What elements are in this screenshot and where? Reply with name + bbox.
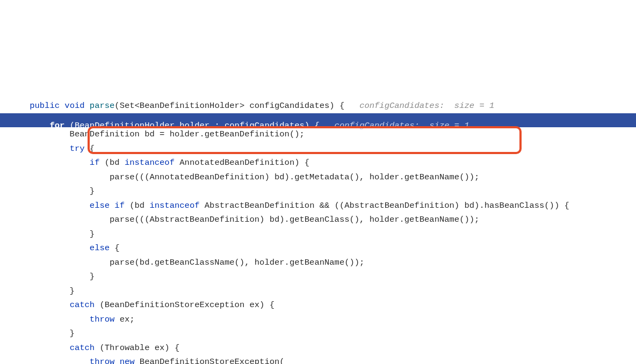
code-token [10, 357, 90, 364]
gutter [0, 142, 10, 156]
gutter [0, 227, 10, 242]
code-token: throw new [90, 357, 140, 364]
code-token: instanceof [149, 201, 204, 210]
code-line[interactable]: parse(((AbstractBeanDefinition) bd).getB… [0, 213, 636, 227]
code-line[interactable]: if (bd instanceof AnnotatedBeanDefinitio… [0, 156, 636, 170]
code-token: parse(bd.getBeanClassName(), holder.getB… [10, 258, 364, 267]
code-line[interactable]: catch (Throwable ex) { [0, 341, 636, 355]
code-line[interactable]: } [0, 284, 636, 299]
gutter [0, 99, 10, 113]
code-token: catch [70, 300, 100, 310]
code-token: public void [30, 101, 90, 111]
code-token: (Set<BeanDefinitionHolder> configCandida… [114, 101, 344, 111]
code-line[interactable]: parse(bd.getBeanClassName(), holder.getB… [0, 256, 636, 270]
code-token: instanceof [125, 158, 179, 168]
code-token: (bd [105, 158, 125, 168]
code-line[interactable]: else if (bd instanceof AbstractBeanDefin… [0, 199, 636, 213]
code-token: { [114, 243, 119, 253]
code-line[interactable]: } [0, 270, 636, 284]
code-token: throw [90, 315, 120, 324]
code-token: } [10, 186, 95, 196]
gutter [0, 241, 10, 256]
code-token [10, 300, 70, 310]
code-token: (BeanDefinitionStoreException ex) { [99, 300, 274, 310]
code-line[interactable]: public void parse(Set<BeanDefinitionHold… [0, 99, 636, 113]
code-token: configCandidates: size = 1 [344, 101, 494, 111]
code-token [10, 243, 90, 253]
code-line[interactable]: parse(((AnnotatedBeanDefinition) bd).get… [0, 170, 636, 185]
code-token: } [10, 272, 95, 281]
gutter [0, 127, 10, 142]
code-token: BeanDefinition bd = holder.getBeanDefini… [10, 129, 305, 139]
code-token: parse(((AbstractBeanDefinition) bd).getB… [10, 215, 479, 224]
code-token: (bd [129, 201, 149, 210]
code-line[interactable]: } [0, 227, 636, 242]
gutter [0, 199, 10, 213]
code-line[interactable]: throw ex; [0, 312, 636, 327]
code-token: (Throwable ex) { [99, 343, 179, 353]
code-line[interactable]: for (BeanDefinitionHolder holder : confi… [0, 113, 636, 128]
code-token [10, 343, 70, 353]
code-token: else if [90, 201, 129, 210]
code-token: parse [90, 101, 115, 111]
code-token: } [10, 286, 75, 296]
gutter [0, 270, 10, 284]
code-line[interactable]: catch (BeanDefinitionStoreException ex) … [0, 298, 636, 312]
code-token: { [90, 144, 95, 154]
code-line[interactable]: } [0, 326, 636, 341]
gutter [0, 184, 10, 199]
code-token [10, 201, 90, 210]
code-token: parse(((AnnotatedBeanDefinition) bd).get… [10, 172, 479, 182]
gutter [0, 256, 10, 270]
gutter [0, 298, 10, 312]
code-token: catch [70, 343, 100, 353]
code-editor[interactable]: public void parse(Set<BeanDefinitionHold… [0, 56, 636, 364]
code-token: AnnotatedBeanDefinition) { [179, 158, 309, 168]
gutter [0, 341, 10, 355]
code-token [10, 158, 90, 168]
code-token: ex; [120, 315, 135, 324]
code-token: AbstractBeanDefinition && ((AbstractBean… [205, 201, 569, 210]
gutter [0, 312, 10, 327]
lines-container: public void parse(Set<BeanDefinitionHold… [0, 99, 636, 364]
code-line[interactable]: } [0, 184, 636, 199]
code-token [10, 315, 90, 324]
code-token: } [10, 229, 95, 239]
code-token [10, 101, 30, 111]
gutter [0, 156, 10, 170]
code-token: BeanDefinitionStoreException( [140, 357, 285, 364]
gutter [0, 326, 10, 341]
code-token: if [90, 158, 105, 168]
code-line[interactable]: try { [0, 142, 636, 156]
code-token: try [70, 144, 90, 154]
code-token: } [10, 329, 75, 338]
code-token: else [90, 243, 115, 253]
code-token [10, 144, 70, 154]
gutter [0, 355, 10, 364]
gutter [0, 170, 10, 185]
gutter [0, 113, 10, 128]
gutter [0, 213, 10, 227]
gutter [0, 284, 10, 299]
code-line[interactable]: throw new BeanDefinitionStoreException( [0, 355, 636, 364]
code-line[interactable]: else { [0, 241, 636, 256]
code-line[interactable]: BeanDefinition bd = holder.getBeanDefini… [0, 127, 636, 142]
